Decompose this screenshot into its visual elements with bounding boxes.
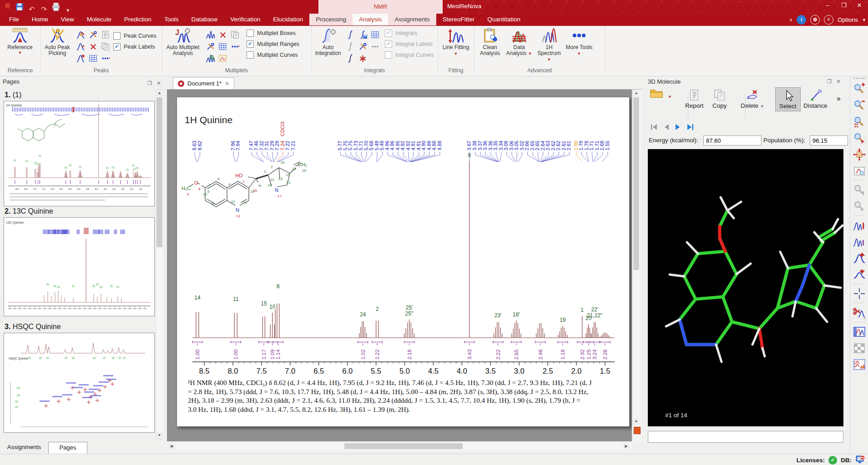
next-zoom-icon[interactable]: [852, 199, 867, 214]
checkbox-multiplet-boxes[interactable]: Multiplet Boxes: [247, 30, 299, 37]
multiplet-image-icon[interactable]: [217, 53, 228, 64]
line-fitting-button[interactable]: Line Fitting ▼: [441, 27, 470, 57]
peak-pick-icon[interactable]: [75, 30, 86, 40]
multiplet-report-icon[interactable]: [205, 53, 216, 64]
clean-analysis-button[interactable]: Clean Analysis: [476, 27, 504, 56]
pages-scrollbar-thumb[interactable]: [156, 97, 162, 247]
menu-item-home[interactable]: Home: [25, 14, 55, 25]
page-item-2-label[interactable]: 2. 13C Quinine: [5, 207, 53, 215]
stack-view-icon[interactable]: [852, 357, 867, 372]
close-panel-icon[interactable]: ✕: [155, 79, 163, 87]
more-icon[interactable]: [229, 41, 240, 52]
checkbox-multiplet-ranges[interactable]: ✓Multiplet Ranges: [247, 40, 299, 48]
playback-previous-icon[interactable]: [662, 124, 670, 132]
nmr-spectrum[interactable]: 8.638.627.967.947.477.467.327.317.297.29…: [177, 97, 629, 426]
tools-icon[interactable]: [357, 41, 368, 52]
float-panel-icon[interactable]: ❒: [146, 79, 154, 87]
auto-integration-button[interactable]: Auto Integration: [313, 27, 343, 56]
options-caret-icon[interactable]: ▼: [862, 18, 866, 22]
page-item-3-label[interactable]: 3. HSQC Quinine: [5, 323, 61, 331]
playback-first-icon[interactable]: [651, 124, 658, 132]
menu-item-stereofitter[interactable]: StereoFitter: [436, 14, 481, 25]
copy-multiplets-icon[interactable]: [229, 30, 240, 40]
checkbox-integral-labels[interactable]: ✓Integral Labels: [385, 40, 434, 48]
report-button[interactable]: Report: [685, 89, 704, 109]
menu-item-analysis[interactable]: Analysis: [353, 14, 388, 25]
settings-gear-icon[interactable]: ⚙: [810, 15, 820, 25]
preview-icon[interactable]: [852, 164, 867, 178]
nmr-assignment-text[interactable]: ¹H NMR (400 MHz, CDCl₃) δ 8.62 (d, J = 4…: [188, 378, 616, 414]
licenses-ok-icon[interactable]: ✓: [828, 456, 837, 465]
copy-peaks-icon[interactable]: [100, 41, 111, 52]
tab-assignments[interactable]: Assignments: [0, 442, 48, 453]
open-molecule-button[interactable]: [650, 86, 663, 100]
auto-multiplet-analysis-button[interactable]: J Auto Multiplet Analysis: [164, 27, 202, 56]
fit-intensity-alt-icon[interactable]: I: [852, 235, 867, 249]
toolbar-overflow-icon[interactable]: »: [837, 95, 841, 103]
increase-intensity-icon[interactable]: [852, 251, 867, 265]
restore-button[interactable]: ❒: [836, 0, 852, 11]
reference-button[interactable]: Reference▼: [5, 27, 35, 55]
decrease-intensity-icon[interactable]: [852, 267, 867, 282]
menu-item-molecule[interactable]: Molecule: [81, 14, 118, 25]
delete-integrals-icon[interactable]: [357, 53, 368, 64]
tools-icon[interactable]: [87, 30, 98, 40]
multiplet-icon[interactable]: [205, 30, 216, 40]
pages-scrollbar[interactable]: ▲ ▼: [156, 89, 164, 439]
scroll-up-icon[interactable]: ▲: [633, 90, 640, 96]
molecule-structure[interactable]: HO1O8H₃C9N13N17H16CH₂2523201924232221181…: [182, 159, 323, 236]
scroll-up-icon[interactable]: ▲: [156, 90, 163, 96]
document-page[interactable]: 1H Quinine 8.638.627.967.947.477.467.327…: [177, 97, 630, 427]
molecule-panel-input[interactable]: [648, 431, 843, 443]
delete-peaks-icon[interactable]: [87, 41, 98, 52]
checkbox-peak-curves[interactable]: Peak Curves: [113, 32, 156, 40]
copy-button[interactable]: Copy: [712, 89, 727, 109]
population-input[interactable]: [810, 135, 848, 145]
document-tab[interactable]: Document 1* ✕: [173, 77, 234, 89]
menu-item-verification[interactable]: Verification: [224, 14, 267, 25]
menu-item-elucidation[interactable]: Elucidation: [267, 14, 309, 25]
scroll-down-icon[interactable]: ▼: [156, 432, 163, 439]
zoom-out-icon[interactable]: [852, 98, 867, 113]
options-menu[interactable]: Options: [838, 16, 858, 23]
select-button[interactable]: Select: [775, 87, 801, 111]
close-tab-icon[interactable]: ✕: [225, 80, 229, 87]
info-icon[interactable]: i: [797, 15, 806, 25]
molecule-3d-viewer[interactable]: #1 of 14: [648, 149, 843, 426]
scroll-right-icon[interactable]: ▶: [623, 443, 630, 450]
report-icon[interactable]: [100, 30, 111, 40]
menu-item-database[interactable]: Database: [185, 14, 224, 25]
document-help-icon[interactable]: ≡: [824, 15, 833, 25]
cut-icon[interactable]: [852, 305, 867, 320]
integral-icon[interactable]: [345, 30, 356, 40]
more-tools-button[interactable]: More Tools ▼: [565, 27, 593, 57]
auto-peak-picking-button[interactable]: Auto Peak Picking: [42, 27, 72, 56]
zoom-selection-icon[interactable]: [852, 131, 867, 145]
multiplet-table-icon[interactable]: [217, 41, 228, 52]
menu-item-assignments[interactable]: Assignments: [388, 14, 436, 25]
print-icon[interactable]: [51, 2, 61, 12]
menu-item-view[interactable]: View: [55, 14, 81, 25]
bookmark-icon[interactable]: [3, 2, 13, 12]
full-view-icon[interactable]: [852, 325, 867, 339]
more-gray-icon[interactable]: [369, 41, 380, 52]
checkbox-multiplet-curves[interactable]: Multiplet Curves: [247, 51, 299, 59]
db-status-icon[interactable]: [855, 455, 865, 465]
integral-table-icon[interactable]: [369, 30, 380, 40]
menu-item-processing[interactable]: Processing: [309, 14, 353, 25]
zoom-in-icon[interactable]: [852, 82, 867, 96]
data-analysis-button[interactable]: Data Analysis ▼: [505, 27, 533, 57]
integral-manual-icon[interactable]: [345, 41, 356, 52]
peak-edit-icon[interactable]: [75, 41, 86, 52]
tile-view-icon[interactable]: [852, 341, 867, 355]
menu-item-tools[interactable]: Tools: [158, 14, 185, 25]
distance-button[interactable]: Distance: [803, 89, 828, 109]
menu-item-prediction[interactable]: Prediction: [118, 14, 158, 25]
integral-save-icon[interactable]: [357, 30, 368, 40]
scroll-down-icon[interactable]: ▼: [633, 418, 640, 425]
float-panel-icon[interactable]: ❒: [825, 77, 833, 85]
previous-zoom-icon[interactable]: [852, 183, 867, 197]
document-horizontal-scrollbar[interactable]: ◀ ▶: [167, 442, 632, 450]
page-thumbnail-1[interactable]: 1H Quinine8.58.07.57.06.56.05.55.04.54.0…: [4, 101, 155, 206]
menu-item-file[interactable]: File: [3, 14, 25, 25]
